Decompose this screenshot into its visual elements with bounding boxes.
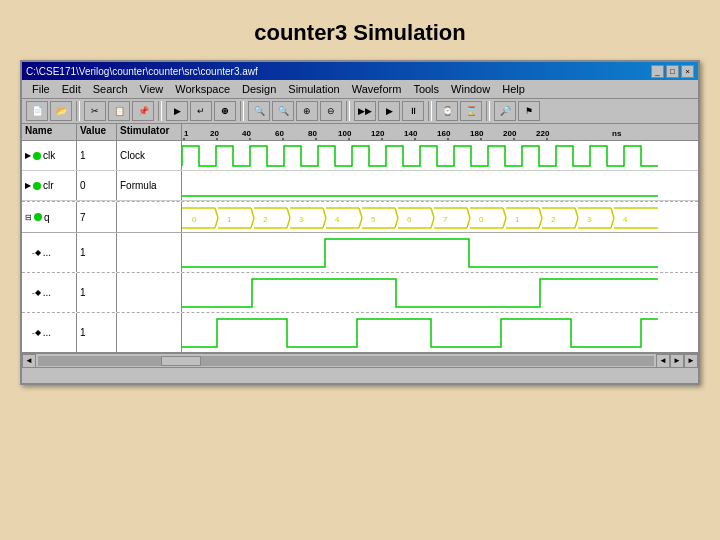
- tb-zoom2[interactable]: 🔍: [272, 101, 294, 121]
- signal-name-clk: ▶ clk: [22, 141, 77, 170]
- tb-extra[interactable]: ⚑: [518, 101, 540, 121]
- menu-view[interactable]: View: [134, 82, 170, 96]
- horizontal-scrollbar: ◄ ◄ ► ►: [22, 353, 698, 367]
- tb-cut[interactable]: ✂: [84, 101, 106, 121]
- menu-workspace[interactable]: Workspace: [169, 82, 236, 96]
- tb-open[interactable]: 📂: [50, 101, 72, 121]
- tb-sim1[interactable]: ▶▶: [354, 101, 376, 121]
- menu-edit[interactable]: Edit: [56, 82, 87, 96]
- tb-b3[interactable]: ⊕: [214, 101, 236, 121]
- tb-find[interactable]: 🔎: [494, 101, 516, 121]
- main-window: C:\CSE171\Verilog\counter\counter\src\co…: [20, 60, 700, 385]
- svg-text:120: 120: [371, 129, 385, 138]
- scroll-step-back[interactable]: ◄: [656, 354, 670, 368]
- svg-line-61: [503, 218, 506, 228]
- svg-text:200: 200: [503, 129, 517, 138]
- signal-stimulator-clr: Formula: [117, 171, 182, 200]
- svg-text:6: 6: [407, 215, 412, 224]
- svg-text:3: 3: [299, 215, 304, 224]
- signal-label-sub2: ...: [43, 287, 51, 298]
- menu-help[interactable]: Help: [496, 82, 531, 96]
- svg-line-64: [539, 208, 542, 218]
- tb-zoom3[interactable]: ⊕: [296, 101, 318, 121]
- col-header-waveform: 1 20 40 60 80 100 120 140: [182, 124, 698, 140]
- tb-sep6: [486, 101, 490, 121]
- expand-icon-clk[interactable]: ▶: [25, 151, 31, 160]
- scroll-track: [38, 356, 654, 366]
- menu-file[interactable]: File: [26, 82, 56, 96]
- tb-sep4: [346, 101, 350, 121]
- svg-line-56: [467, 208, 470, 218]
- title-bar-text: C:\CSE171\Verilog\counter\counter\src\co…: [26, 66, 258, 77]
- signal-waveform-q: 0 1 2 3 4 5 6 7 0 1 2 3 4: [182, 202, 698, 232]
- svg-line-45: [359, 218, 362, 228]
- svg-line-36: [287, 208, 290, 218]
- signal-waveform-clk: [182, 141, 698, 170]
- col-header-name: Name: [22, 124, 77, 140]
- tb-s2[interactable]: ⌛: [460, 101, 482, 121]
- menu-waveform[interactable]: Waveform: [346, 82, 408, 96]
- signal-row-clr: ▶ clr 0 Formula: [22, 171, 698, 201]
- menu-tools[interactable]: Tools: [407, 82, 445, 96]
- expand-sub1[interactable]: -◆: [32, 248, 41, 257]
- svg-line-60: [503, 208, 506, 218]
- svg-line-32: [251, 208, 254, 218]
- expand-sub3[interactable]: -◆: [32, 328, 41, 337]
- toolbar: 📄 📂 ✂ 📋 📌 ▶ ↵ ⊕ 🔍 🔍 ⊕ ⊖ ▶▶ ▶ ⏸ ⌚ ⌛ 🔎 ⚑: [22, 99, 698, 124]
- svg-text:2: 2: [263, 215, 268, 224]
- tb-s1[interactable]: ⌚: [436, 101, 458, 121]
- svg-text:60: 60: [275, 129, 284, 138]
- signal-row-q: ⊟ q 7: [22, 201, 698, 233]
- menu-design[interactable]: Design: [236, 82, 282, 96]
- tb-b1[interactable]: ▶: [166, 101, 188, 121]
- tb-zoom4[interactable]: ⊖: [320, 101, 342, 121]
- svg-line-65: [539, 218, 542, 228]
- svg-line-72: [611, 208, 614, 218]
- menu-simulation[interactable]: Simulation: [282, 82, 345, 96]
- signal-label-q: q: [44, 212, 50, 223]
- svg-line-69: [575, 218, 578, 228]
- title-bar: C:\CSE171\Verilog\counter\counter\src\co…: [22, 62, 698, 80]
- expand-icon-clr[interactable]: ▶: [25, 181, 31, 190]
- signal-stimulator-sub3: [117, 313, 182, 352]
- menu-window[interactable]: Window: [445, 82, 496, 96]
- signal-stimulator-sub2: [117, 273, 182, 312]
- scroll-step-fwd[interactable]: ►: [670, 354, 684, 368]
- tb-copy[interactable]: 📋: [108, 101, 130, 121]
- menu-search[interactable]: Search: [87, 82, 134, 96]
- signal-row-clk: ▶ clk 1 Clock: [22, 141, 698, 171]
- expand-sub2[interactable]: -◆: [32, 288, 41, 297]
- expand-icon-q[interactable]: ⊟: [25, 213, 32, 222]
- signal-value-sub2: 1: [77, 273, 117, 312]
- tb-sim2[interactable]: ▶: [378, 101, 400, 121]
- scroll-thumb[interactable]: [161, 356, 201, 366]
- signal-value-sub1: 1: [77, 233, 117, 272]
- svg-text:1: 1: [515, 215, 520, 224]
- scroll-left-button[interactable]: ◄: [22, 354, 36, 368]
- signal-value-sub3: 1: [77, 313, 117, 352]
- svg-line-52: [431, 208, 434, 218]
- svg-text:140: 140: [404, 129, 418, 138]
- signal-name-q: ⊟ q: [22, 202, 77, 232]
- tb-sim3[interactable]: ⏸: [402, 101, 424, 121]
- svg-line-68: [575, 208, 578, 218]
- signal-stimulator-q: [117, 202, 182, 232]
- svg-text:1: 1: [184, 129, 189, 138]
- scroll-right-button[interactable]: ►: [684, 354, 698, 368]
- minimize-button[interactable]: _: [651, 65, 664, 78]
- svg-text:7: 7: [443, 215, 448, 224]
- svg-text:220: 220: [536, 129, 550, 138]
- col-header-stimulator: Stimulator: [117, 124, 182, 140]
- svg-text:20: 20: [210, 129, 219, 138]
- tb-paste[interactable]: 📌: [132, 101, 154, 121]
- close-button[interactable]: ×: [681, 65, 694, 78]
- tb-new[interactable]: 📄: [26, 101, 48, 121]
- tb-zoom1[interactable]: 🔍: [248, 101, 270, 121]
- tb-b2[interactable]: ↵: [190, 101, 212, 121]
- maximize-button[interactable]: □: [666, 65, 679, 78]
- signal-waveform-clr: [182, 171, 698, 200]
- signal-waveform-sub3: [182, 313, 698, 352]
- svg-text:ns: ns: [612, 129, 622, 138]
- signal-row-sub1: -◆ ... 1: [22, 233, 698, 273]
- signal-stimulator-sub1: [117, 233, 182, 272]
